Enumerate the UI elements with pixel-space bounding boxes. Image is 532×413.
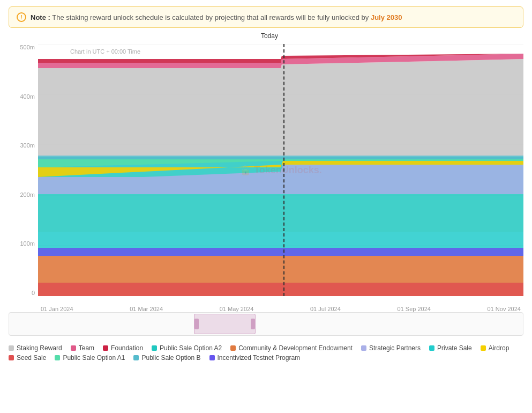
svg-marker-10 — [38, 248, 523, 256]
note-text: The staking reward unlock schedule is ca… — [52, 13, 371, 21]
legend-label-public-a1: Public Sale Option A1 — [63, 354, 125, 362]
chart-wrapper: Today 0 100m 200m 300m 400m 500m Chart i… — [9, 33, 523, 362]
legend-dot-public-a2 — [152, 345, 157, 351]
legend-dot-private — [429, 345, 434, 351]
scroll-handle-right[interactable] — [251, 319, 255, 329]
legend-dot-seed — [9, 355, 14, 360]
scroll-handle-left[interactable] — [194, 319, 199, 329]
legend-staking-reward: Staking Reward — [9, 344, 62, 352]
x-label-nov: 01 Nov 2024 — [488, 306, 521, 312]
svg-marker-9 — [38, 283, 523, 296]
chart-svg-container: Chart in UTC + 00:00 Time — [38, 44, 523, 296]
legend-dot-incentivized — [209, 355, 215, 360]
legend-dot-foundation — [103, 345, 108, 351]
legend-public-sale-b: Public Sale Option B — [133, 354, 200, 362]
legend-label-seed: Seed Sale — [17, 354, 46, 362]
legend-dot-strategic — [361, 345, 366, 351]
legend-foundation: Foundation — [103, 344, 143, 352]
y-label-200: 200m — [20, 191, 35, 198]
legend-private-sale: Private Sale — [429, 344, 472, 352]
chart-subtitle: Chart in UTC + 00:00 Time — [70, 48, 140, 55]
x-label-sep: 01 Sep 2024 — [398, 306, 431, 312]
y-label-500: 500m — [20, 44, 35, 50]
legend-label-airdrop: Airdrop — [489, 344, 509, 352]
legend-community: Community & Development Endowment — [230, 344, 353, 352]
legend-team: Team — [71, 344, 94, 352]
note-icon: ! — [17, 12, 26, 22]
main-container: ! Note : The staking reward unlock sched… — [0, 0, 532, 368]
svg-marker-15 — [38, 59, 523, 156]
legend-area: Staking Reward Team Foundation Public Sa… — [9, 340, 523, 362]
chart-area: Today 0 100m 200m 300m 400m 500m Chart i… — [9, 33, 523, 312]
today-line — [283, 44, 284, 296]
legend-label-public-a2: Public Sale Option A2 — [160, 344, 222, 352]
legend-label-foundation: Foundation — [111, 344, 143, 352]
legend-public-sale-a1: Public Sale Option A1 — [55, 354, 125, 362]
legend-incentivized: Incentivized Testnet Program — [209, 354, 301, 362]
x-label-jan: 01 Jan 2024 — [41, 306, 73, 312]
legend-dot-team — [71, 345, 76, 351]
note-highlight: July 2030 — [371, 13, 402, 21]
scrollbar[interactable] — [9, 312, 523, 336]
legend-dot-airdrop — [481, 345, 486, 351]
legend-strategic: Strategic Partners — [361, 344, 421, 352]
legend-label-public-b: Public Sale Option B — [141, 354, 200, 362]
x-label-may: 01 May 2024 — [220, 306, 254, 312]
y-label-300: 300m — [20, 142, 35, 149]
scrollbar-thumb[interactable] — [194, 314, 256, 334]
legend-label-team: Team — [79, 344, 94, 352]
legend-label-staking: Staking Reward — [17, 344, 62, 352]
svg-marker-14 — [38, 156, 523, 159]
legend-dot-community — [230, 345, 236, 351]
legend-dot-public-b — [133, 355, 139, 360]
legend-label-incentivized: Incentivized Testnet Program — [218, 354, 301, 362]
legend-dot-staking — [9, 345, 14, 351]
y-label-400: 400m — [20, 93, 35, 100]
x-label-mar: 01 Mar 2024 — [130, 306, 163, 312]
legend-label-strategic: Strategic Partners — [369, 344, 421, 352]
x-label-jul: 01 Jul 2024 — [310, 306, 341, 312]
legend-seed-sale: Seed Sale — [9, 354, 46, 362]
watermark: 🔒 TokenUnlocks. — [239, 164, 322, 176]
y-label-0: 0 — [32, 290, 35, 296]
legend-label-private: Private Sale — [437, 344, 472, 352]
note-box: ! Note : The staking reward unlock sched… — [9, 6, 523, 28]
legend-airdrop: Airdrop — [481, 344, 509, 352]
today-label: Today — [261, 32, 278, 40]
x-axis: 01 Jan 2024 01 Mar 2024 01 May 2024 01 J… — [38, 306, 523, 312]
y-axis: 0 100m 200m 300m 400m 500m — [9, 44, 38, 296]
legend-dot-public-a1 — [55, 355, 60, 360]
legend-label-community: Community & Development Endowment — [238, 344, 353, 352]
legend-public-sale-a2: Public Sale Option A2 — [152, 344, 222, 352]
y-label-100: 100m — [20, 240, 35, 247]
note-prefix: Note : — [31, 13, 50, 21]
